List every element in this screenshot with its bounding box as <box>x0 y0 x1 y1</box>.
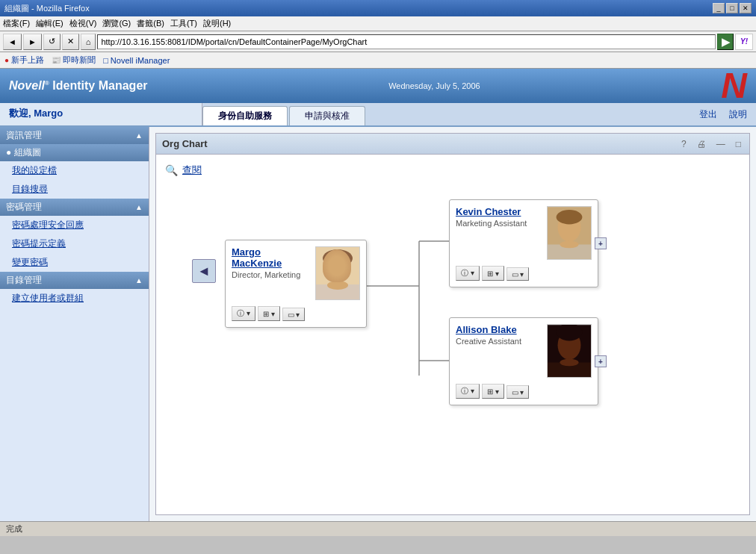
person-card-allison: Allison Blake Creative Assistant <box>449 317 598 405</box>
tab-request-approval[interactable]: 申請與核准 <box>289 106 365 125</box>
title-bar: 組織圖 - Mozilla Firefox _ □ ✕ <box>0 0 756 16</box>
menu-nav[interactable]: 瀏覽(G) <box>102 18 131 29</box>
url-input[interactable] <box>97 34 716 49</box>
minimize-button[interactable]: _ <box>713 3 725 13</box>
panel-body: 🔍 查閱 <box>156 155 749 452</box>
nav-left-arrow[interactable]: ◄ <box>192 259 216 283</box>
bookmark-news[interactable]: 📰 即時新聞 <box>52 55 96 66</box>
person-card-margo-inner: MargoMacKenzie Director, Marketing <box>232 246 360 300</box>
menu-help[interactable]: 說明(H) <box>203 18 231 29</box>
kevin-photo <box>547 206 592 260</box>
close-button[interactable]: ✕ <box>740 3 752 13</box>
back-button[interactable]: ◄ <box>3 34 22 50</box>
svg-point-8 <box>327 281 348 290</box>
kevin-info-btn[interactable]: ⓘ ▾ <box>456 266 480 281</box>
header-date: Wednesday, July 5, 2006 <box>388 81 480 90</box>
sidebar-section-dir[interactable]: 目錄管理 ▲ <box>0 272 149 289</box>
menu-view[interactable]: 檢視(V) <box>69 18 97 29</box>
sidebar-item-change-pwd[interactable]: 變更密碼 <box>0 253 149 272</box>
kevin-expand-btn[interactable]: + <box>595 237 607 249</box>
allison-title: Creative Assistant <box>456 337 541 346</box>
allison-expand-btn[interactable]: + <box>595 355 607 367</box>
svg-point-5 <box>324 249 351 282</box>
search-row: 🔍 查閱 <box>165 164 740 177</box>
menu-bookmarks[interactable]: 書籤(B) <box>137 18 164 29</box>
menu-file[interactable]: 檔案(F) <box>3 18 30 29</box>
kevin-info: Kevin Chester Marketing Assistant <box>456 206 541 260</box>
svg-point-16 <box>557 324 583 340</box>
window-controls: _ □ ✕ <box>713 3 752 13</box>
maximize-button[interactable]: □ <box>726 3 738 13</box>
content-area: Org Chart ? 🖨 — □ 🔍 查閱 <box>149 127 756 521</box>
margo-photo <box>315 246 360 300</box>
bookmark-new-user[interactable]: ● 新手上路 <box>4 55 44 66</box>
welcome-text: 歡迎, Margo <box>9 107 63 120</box>
bookmarks-bar: ● 新手上路 📰 即時新聞 □ Novell iManager <box>0 52 756 69</box>
svg-point-13 <box>560 241 578 249</box>
person-card-margo: MargoMacKenzie Director, Marketing <box>225 240 367 328</box>
sidebar: 資訊管理 ▲ ● 組織圖 我的設定檔 目錄搜尋 密碼管理 ▲ 密碼處理安全回應 … <box>0 127 149 521</box>
panel-help-button[interactable]: ? <box>679 138 689 150</box>
novell-n-logo: N <box>721 68 747 104</box>
panel-title: Org Chart <box>162 138 208 149</box>
stop-button[interactable]: ✕ <box>62 34 79 50</box>
margo-action-buttons: ⓘ ▾ ⊞ ▾ ▭ ▾ <box>232 306 360 321</box>
kevin-menu-btn[interactable]: ▭ ▾ <box>506 267 530 281</box>
bookmark-imanager[interactable]: □ Novell iManager <box>103 56 170 65</box>
sidebar-section-password-label: 密碼管理 <box>6 201 42 214</box>
margo-name[interactable]: MargoMacKenzie <box>232 246 309 269</box>
allison-menu-btn[interactable]: ▭ ▾ <box>506 385 530 399</box>
svg-point-6 <box>323 249 353 267</box>
menu-edit[interactable]: 編輯(E) <box>36 18 63 29</box>
allison-info-btn[interactable]: ⓘ ▾ <box>456 384 480 399</box>
password-collapse-icon: ▲ <box>135 203 143 211</box>
allison-name[interactable]: Allison Blake <box>456 324 541 335</box>
panel-controls: ? 🖨 — □ <box>679 138 743 150</box>
sidebar-section-org[interactable]: ● 組織圖 <box>0 144 149 161</box>
panel-print-button[interactable]: 🖨 <box>695 138 708 150</box>
reload-button[interactable]: ↺ <box>43 34 61 50</box>
org-chart-container: ◄ MargoMacKenzie Director, Marketing <box>165 189 740 443</box>
sidebar-item-dir-search[interactable]: 目錄搜尋 <box>0 180 149 199</box>
help-link[interactable]: 說明 <box>729 108 747 121</box>
logout-link[interactable]: 登出 <box>699 108 717 121</box>
search-link[interactable]: 查閱 <box>182 164 202 177</box>
tab-self-service[interactable]: 身份自助服務 <box>202 106 288 125</box>
nav-bar: ◄ ► ↺ ✕ ⌂ ▶ Y! <box>0 31 756 52</box>
sidebar-section-dir-label: 目錄管理 <box>6 274 42 287</box>
panel-minimize-button[interactable]: — <box>714 138 728 150</box>
home-button[interactable]: ⌂ <box>81 34 96 50</box>
panel-expand-button[interactable]: □ <box>734 138 743 150</box>
go-button[interactable]: ▶ <box>717 34 734 50</box>
sidebar-section-info-label: 資訊管理 <box>6 129 42 142</box>
collapse-icon: ▲ <box>135 131 143 140</box>
kevin-name[interactable]: Kevin Chester <box>456 206 541 217</box>
sidebar-item-pwd-hint[interactable]: 密碼提示定義 <box>0 234 149 253</box>
status-text: 完成 <box>6 523 22 535</box>
panel-header: Org Chart ? 🖨 — □ <box>156 134 749 155</box>
person-card-kevin-inner: Kevin Chester Marketing Assistant <box>456 206 592 260</box>
margo-org-btn[interactable]: ⊞ ▾ <box>258 306 280 321</box>
forward-button[interactable]: ► <box>23 34 42 50</box>
person-card-kevin: Kevin Chester Marketing Assistant <box>449 199 598 287</box>
menu-tools[interactable]: 工具(T) <box>170 18 197 29</box>
kevin-title: Marketing Assistant <box>456 219 541 228</box>
sidebar-item-profile[interactable]: 我的設定檔 <box>0 161 149 180</box>
allison-org-btn[interactable]: ⊞ ▾ <box>482 384 504 399</box>
person-card-allison-inner: Allison Blake Creative Assistant <box>456 324 592 378</box>
yahoo-button[interactable]: Y! <box>735 34 753 50</box>
margo-info-btn[interactable]: ⓘ ▾ <box>232 306 255 321</box>
sidebar-section-password[interactable]: 密碼管理 ▲ <box>0 199 149 216</box>
margo-title: Director, Marketing <box>232 270 309 279</box>
svg-point-11 <box>557 210 583 224</box>
kevin-org-btn[interactable]: ⊞ ▾ <box>482 266 504 281</box>
novell-logo: Novell® Identity Manager <box>9 79 148 93</box>
sidebar-item-pwd-security[interactable]: 密碼處理安全回應 <box>0 216 149 234</box>
margo-info: MargoMacKenzie Director, Marketing <box>232 246 309 300</box>
sidebar-item-create-user[interactable]: 建立使用者或群組 <box>0 289 149 308</box>
sidebar-section-info[interactable]: 資訊管理 ▲ <box>0 127 149 144</box>
margo-menu-btn[interactable]: ▭ ▾ <box>282 308 306 321</box>
kevin-action-buttons: ⓘ ▾ ⊞ ▾ ▭ ▾ <box>456 266 592 281</box>
sidebar-section-org-label: ● 組織圖 <box>6 146 41 159</box>
dir-collapse-icon: ▲ <box>135 276 143 284</box>
